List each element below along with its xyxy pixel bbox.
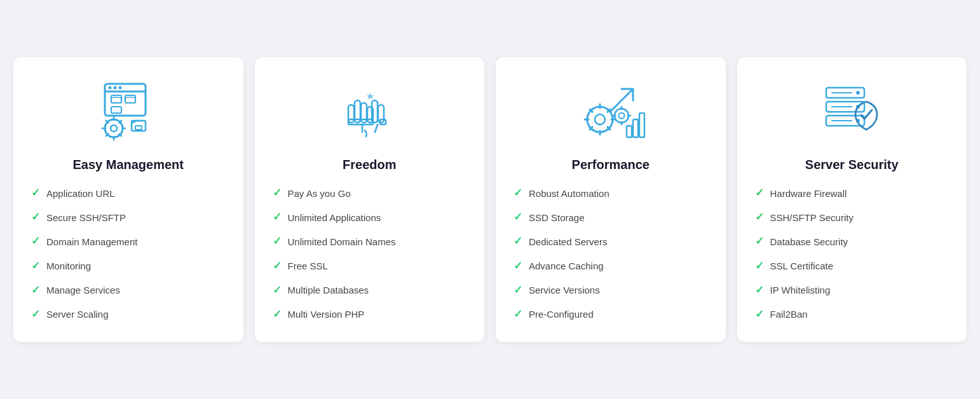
easy-management-title: Easy Management xyxy=(72,158,184,172)
svg-rect-45 xyxy=(627,126,632,137)
feature-text: Robust Automation xyxy=(529,187,609,200)
list-item: ✓Database Security xyxy=(755,234,949,248)
list-item: ✓Monitoring xyxy=(31,259,226,273)
card-freedom: Freedom ✓Pay As you Go✓Unlimited Applica… xyxy=(255,57,485,342)
feature-text: Free SSL xyxy=(288,260,328,273)
svg-point-49 xyxy=(856,91,860,95)
check-icon: ✓ xyxy=(273,283,282,297)
svg-rect-47 xyxy=(639,113,644,137)
svg-point-3 xyxy=(113,86,116,90)
list-item: ✓Fail2Ban xyxy=(755,308,949,321)
svg-rect-19 xyxy=(135,126,142,130)
check-icon: ✓ xyxy=(31,259,40,273)
list-item: ✓Domain Management xyxy=(31,234,226,248)
check-icon: ✓ xyxy=(514,308,522,321)
check-icon: ✓ xyxy=(273,308,282,321)
check-icon: ✓ xyxy=(31,308,40,321)
performance-title: Performance xyxy=(572,158,650,172)
feature-text: SSD Storage xyxy=(529,212,585,224)
performance-features: ✓Robust Automation✓SSD Storage✓Dedicated… xyxy=(514,186,708,321)
feature-text: Multi Version PHP xyxy=(288,308,365,321)
list-item: ✓Multiple Databases xyxy=(273,283,467,297)
feature-text: Dedicated Servers xyxy=(529,236,607,248)
feature-text: Monitoring xyxy=(46,260,91,273)
check-icon: ✓ xyxy=(273,186,282,200)
list-item: ✓Dedicated Servers xyxy=(514,234,708,248)
list-item: ✓Robust Automation xyxy=(514,186,708,200)
list-item: ✓Server Scaling xyxy=(31,308,226,321)
svg-rect-6 xyxy=(125,95,135,103)
list-item: ✓Hardware Firewall xyxy=(755,186,949,200)
easy-management-icon xyxy=(93,76,163,146)
svg-point-30 xyxy=(595,114,605,125)
server-security-icon xyxy=(817,76,887,146)
feature-text: SSH/SFTP Security xyxy=(770,212,854,224)
check-icon: ✓ xyxy=(31,283,40,297)
card-performance: Performance ✓Robust Automation✓SSD Stora… xyxy=(496,57,726,342)
list-item: ✓Application URL xyxy=(31,186,226,200)
check-icon: ✓ xyxy=(514,283,522,297)
feature-text: Pre-Configured xyxy=(529,308,594,321)
feature-text: Manage Services xyxy=(46,284,120,297)
svg-point-39 xyxy=(615,109,629,123)
performance-icon xyxy=(576,76,646,146)
check-icon: ✓ xyxy=(755,308,764,321)
svg-rect-46 xyxy=(633,119,638,137)
freedom-icon xyxy=(334,76,404,146)
feature-text: Hardware Firewall xyxy=(770,187,847,200)
feature-text: IP Whitelisting xyxy=(770,284,831,297)
check-icon: ✓ xyxy=(755,186,764,200)
feature-text: Unlimited Applications xyxy=(288,212,381,224)
check-icon: ✓ xyxy=(514,186,522,200)
server-security-title: Server Security xyxy=(805,158,899,172)
list-item: ✓Unlimited Domain Names xyxy=(273,234,467,248)
cards-container: Easy Management ✓Application URL✓Secure … xyxy=(13,57,967,342)
freedom-features: ✓Pay As you Go✓Unlimited Applications✓Un… xyxy=(273,186,467,321)
feature-text: Pay As you Go xyxy=(288,187,351,200)
easy-management-features: ✓Application URL✓Secure SSH/SFTP✓Domain … xyxy=(31,186,226,321)
list-item: ✓IP Whitelisting xyxy=(755,283,949,297)
card-easy-management: Easy Management ✓Application URL✓Secure … xyxy=(13,57,243,342)
list-item: ✓Unlimited Applications xyxy=(273,210,467,224)
svg-point-9 xyxy=(111,125,117,132)
check-icon: ✓ xyxy=(31,186,40,200)
feature-text: Multiple Databases xyxy=(288,284,369,297)
check-icon: ✓ xyxy=(273,259,282,273)
list-item: ✓SSD Storage xyxy=(514,210,708,224)
check-icon: ✓ xyxy=(755,210,764,224)
check-icon: ✓ xyxy=(273,234,282,248)
list-item: ✓Multi Version PHP xyxy=(273,308,467,321)
svg-point-4 xyxy=(118,86,121,90)
feature-text: Advance Caching xyxy=(529,260,604,273)
check-icon: ✓ xyxy=(31,210,40,224)
check-icon: ✓ xyxy=(755,234,764,248)
list-item: ✓Pay As you Go xyxy=(273,186,467,200)
card-server-security: Server Security ✓Hardware Firewall✓SSH/S… xyxy=(737,57,967,342)
list-item: ✓SSL Certificate xyxy=(755,259,949,273)
list-item: ✓Advance Caching xyxy=(514,259,708,273)
check-icon: ✓ xyxy=(755,283,764,297)
feature-text: Secure SSH/SFTP xyxy=(46,212,126,224)
feature-text: Domain Management xyxy=(46,236,137,248)
server-security-features: ✓Hardware Firewall✓SSH/SFTP Security✓Dat… xyxy=(755,186,949,321)
list-item: ✓SSH/SFTP Security xyxy=(755,210,949,224)
check-icon: ✓ xyxy=(514,234,522,248)
svg-rect-5 xyxy=(111,95,121,103)
feature-text: Server Scaling xyxy=(46,308,109,321)
feature-text: Fail2Ban xyxy=(770,308,808,321)
check-icon: ✓ xyxy=(514,210,522,224)
feature-text: Unlimited Domain Names xyxy=(288,236,396,248)
list-item: ✓Service Versions xyxy=(514,283,708,297)
check-icon: ✓ xyxy=(755,259,764,273)
freedom-title: Freedom xyxy=(343,158,396,172)
list-item: ✓Pre-Configured xyxy=(514,308,708,321)
feature-text: Application URL xyxy=(46,187,115,200)
feature-text: SSL Certificate xyxy=(770,260,834,273)
list-item: ✓Secure SSH/SFTP xyxy=(31,210,226,224)
svg-rect-7 xyxy=(111,107,121,113)
check-icon: ✓ xyxy=(31,234,40,248)
feature-text: Service Versions xyxy=(529,284,600,297)
list-item: ✓Manage Services xyxy=(31,283,226,297)
list-item: ✓Free SSL xyxy=(273,259,467,273)
svg-point-2 xyxy=(108,86,111,90)
